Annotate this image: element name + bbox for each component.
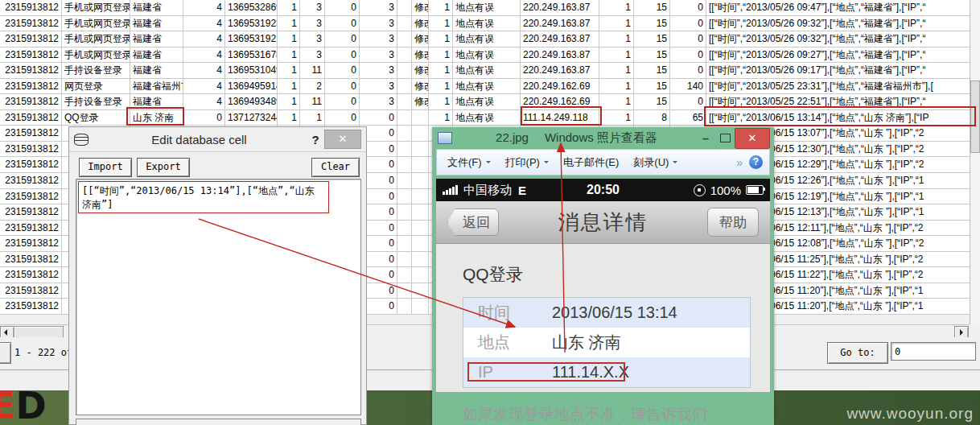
table-cell-n5[interactable]: 3 (360, 63, 397, 78)
table-cell-id[interactable]: 2315913812 (0, 63, 62, 78)
table-cell-id[interactable]: 2315913812 (0, 173, 62, 188)
table-cell-gap[interactable] (397, 236, 412, 251)
table-cell-n4[interactable]: 0 (325, 47, 360, 63)
table-cell-n5[interactable]: 3 (360, 31, 397, 47)
help-icon[interactable]: ? (749, 155, 763, 169)
table-cell-n3[interactable]: 3 (300, 31, 325, 47)
table-cell-n1[interactable]: 4 (183, 94, 225, 109)
table-cell-edit[interactable]: 修改 (412, 16, 429, 31)
table-cell-loc[interactable]: 福建省 (130, 94, 183, 109)
table-cell-status[interactable]: 地点有误 (453, 94, 521, 109)
table-cell-n2[interactable]: 1 (278, 63, 300, 78)
table-cell-n6[interactable]: 1 (429, 47, 453, 63)
table-cell-n5[interactable]: 3 (360, 47, 397, 63)
table-cell-json[interactable]: [[“时间”,“2013/05/26 09:17”],[“地点”,“福建省”],… (706, 63, 970, 78)
menu-email[interactable]: 电子邮件(E) (556, 155, 626, 170)
table-cell-n8[interactable]: 15 (634, 31, 670, 47)
table-cell-gap[interactable] (397, 173, 412, 188)
goto-input[interactable] (891, 342, 976, 361)
table-cell-type[interactable]: 手机或网页登录 (62, 31, 130, 47)
table-cell-id[interactable]: 2315913812 (0, 236, 62, 251)
minimize-button[interactable]: – (696, 131, 715, 145)
table-cell-edit[interactable]: 修改 (412, 0, 429, 15)
menu-burn[interactable]: 刻录(U) (626, 155, 685, 170)
photo-viewer-titlebar[interactable]: 22.jpgWindows 照片查看器 – ✕ (436, 127, 770, 149)
table-cell-n7[interactable]: 1 (599, 94, 634, 109)
table-cell-loc[interactable]: 山东 济南 (130, 110, 183, 126)
table-cell-n8[interactable]: 15 (634, 0, 670, 15)
table-cell-n5[interactable]: 3 (360, 79, 397, 94)
table-cell-ts[interactable]: 1369531678 (225, 47, 278, 63)
table-cell-status[interactable]: 地点有误 (453, 110, 521, 126)
table-cell-gap[interactable] (397, 283, 412, 299)
table-cell-edit[interactable]: 修改 (412, 63, 429, 78)
table-cell-gap[interactable] (397, 157, 412, 172)
table-cell-ts[interactable]: 1369531921 (225, 31, 278, 47)
table-cell-n1[interactable]: 0 (183, 110, 225, 126)
table-cell-edit[interactable] (412, 221, 429, 236)
menu-overflow-chevron[interactable]: » (730, 156, 749, 169)
table-cell-edit[interactable]: 修改 (412, 94, 429, 109)
table-cell-n7[interactable]: 1 (599, 0, 634, 15)
table-cell-ts[interactable]: 1369495914 (225, 79, 278, 94)
table-cell-id[interactable]: 2315913812 (0, 16, 62, 31)
table-cell-ip[interactable]: 111.14.249.118 (521, 110, 599, 126)
vertical-scrollbar[interactable] (970, 0, 980, 324)
table-cell-n4[interactable]: 0 (325, 94, 360, 109)
table-cell-json[interactable]: [[“时间”,“2013/06/15 13:14”],[“地点”,“山东 济南”… (706, 110, 970, 126)
table-cell-ts[interactable]: 1369493489 (225, 94, 278, 109)
table-cell-n8[interactable]: 8 (634, 110, 670, 126)
clear-button[interactable]: Clear (311, 158, 360, 177)
table-cell-n2[interactable]: 1 (278, 94, 300, 109)
table-cell-gap[interactable] (397, 221, 412, 236)
table-cell-n8[interactable]: 15 (634, 79, 670, 94)
table-cell-edit[interactable] (412, 173, 429, 188)
table-cell-n9[interactable]: 140 (670, 79, 706, 94)
table-cell-n3[interactable]: 3 (300, 0, 325, 15)
table-cell-n3[interactable]: 11 (300, 94, 325, 109)
table-cell-id[interactable]: 2315913812 (0, 252, 62, 267)
table-row[interactable]: 2315913812手机或网页登录福建省413695316781303修改1地点… (0, 47, 970, 64)
table-cell-type[interactable]: 手机或网页登录 (62, 47, 130, 63)
table-cell-loc[interactable]: 福建省 (130, 31, 183, 47)
table-cell-id[interactable]: 2315913812 (0, 267, 62, 283)
table-cell-id[interactable]: 2315913812 (0, 126, 62, 141)
table-cell-n7[interactable]: 1 (599, 47, 634, 63)
table-cell-id[interactable]: 2315913812 (0, 221, 62, 236)
table-cell-loc[interactable]: 福建省 (130, 63, 183, 78)
table-cell-id[interactable]: 2315913812 (0, 157, 62, 172)
table-row[interactable]: 2315913812手机或网页登录福建省413695319231303修改1地点… (0, 16, 970, 32)
table-cell-ip[interactable]: 220.249.162.69 (521, 79, 599, 94)
table-cell-edit[interactable]: 修改 (412, 79, 429, 94)
table-cell-ip[interactable]: 220.249.163.87 (521, 63, 599, 78)
table-cell-gap[interactable] (397, 126, 412, 141)
table-cell-edit[interactable] (412, 299, 429, 314)
table-cell-n6[interactable]: 1 (429, 94, 453, 109)
table-cell-json[interactable]: [[“时间”,“2013/05/25 22:51”],[“地点”,“福建省”],… (706, 94, 970, 109)
table-cell-n1[interactable]: 4 (183, 16, 225, 31)
table-cell-loc[interactable]: 福建省福州市 (130, 79, 183, 94)
table-cell-type[interactable]: 手持设备登录 (62, 94, 130, 109)
table-cell-loc[interactable]: 福建省 (130, 47, 183, 63)
table-cell-id[interactable]: 2315913812 (0, 204, 62, 220)
table-cell-type[interactable]: 网页登录 (62, 79, 130, 94)
table-cell-id[interactable]: 2315913812 (0, 189, 62, 204)
table-cell-loc[interactable]: 福建省 (130, 16, 183, 31)
table-cell-ip[interactable]: 220.249.162.69 (521, 94, 599, 109)
export-button[interactable]: Export (137, 158, 190, 177)
table-cell-status[interactable]: 地点有误 (453, 16, 521, 31)
table-cell-gap[interactable] (397, 142, 412, 157)
table-cell-ip[interactable]: 220.249.163.87 (521, 16, 599, 31)
table-cell-edit[interactable] (412, 157, 429, 172)
table-cell-n6[interactable]: 1 (429, 0, 453, 15)
table-cell-json[interactable]: [[“时间”,“2013/05/25 23:31”],[“地点”,“福建省福州市… (706, 79, 970, 94)
table-cell-edit[interactable]: 修改 (412, 31, 429, 47)
table-cell-n5[interactable]: 3 (360, 0, 397, 15)
table-cell-n3[interactable]: 11 (300, 63, 325, 78)
table-cell-edit[interactable] (412, 110, 429, 126)
table-cell-ts[interactable]: 1369531923 (225, 16, 278, 31)
table-cell-n3[interactable]: 2 (300, 79, 325, 94)
table-cell-gap[interactable] (397, 267, 412, 283)
table-cell-n4[interactable]: 0 (325, 0, 360, 15)
table-cell-edit[interactable] (412, 236, 429, 251)
